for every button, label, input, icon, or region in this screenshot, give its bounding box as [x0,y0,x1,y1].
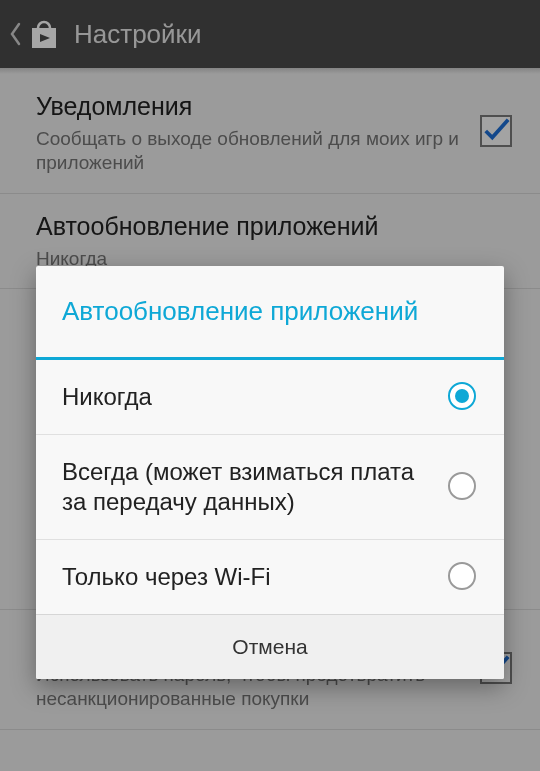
option-label: Только через Wi-Fi [62,562,448,592]
cancel-button[interactable]: Отмена [36,615,504,679]
radio-icon [448,382,478,412]
option-label: Всегда (может взиматься плата за передач… [62,457,448,517]
option-always[interactable]: Всегда (может взиматься плата за передач… [36,435,504,540]
dialog-options: Никогда Всегда (может взиматься плата за… [36,360,504,614]
dialog-title: Автообновление приложений [36,266,504,357]
dialog-button-bar: Отмена [36,614,504,679]
radio-icon [448,562,478,592]
option-never[interactable]: Никогда [36,360,504,435]
auto-update-dialog: Автообновление приложений Никогда Всегда… [36,266,504,679]
option-wifi-only[interactable]: Только через Wi-Fi [36,540,504,614]
option-label: Никогда [62,382,448,412]
radio-icon [448,472,478,502]
